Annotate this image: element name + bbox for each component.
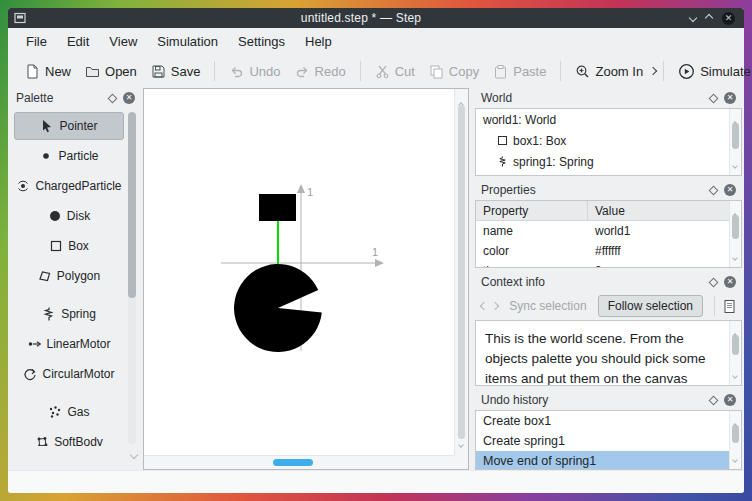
close-panel-icon[interactable]: ✕ (724, 394, 736, 406)
float-icon[interactable] (709, 185, 719, 195)
minimize-icon[interactable] (689, 14, 697, 22)
copy-button[interactable]: Copy (422, 60, 486, 83)
cut-button[interactable]: Cut (368, 60, 422, 83)
palette-scroll-down-icon[interactable] (131, 444, 137, 462)
canvas-hscroll-thumb[interactable] (273, 459, 313, 466)
palette-item-polygon[interactable]: Polygon (14, 262, 124, 290)
undo-item-move-end-of-spring1[interactable]: Move end of spring1 (476, 451, 741, 470)
palette-scrollbar[interactable] (128, 112, 136, 444)
close-panel-icon[interactable]: ✕ (724, 276, 736, 288)
undo-item-create-spring1[interactable]: Create spring1 (476, 431, 741, 451)
undo-history-title: Undo history (481, 393, 703, 407)
property-row-time[interactable]: time 0 s (476, 261, 741, 268)
scroll-down-icon[interactable] (733, 154, 737, 172)
float-icon[interactable] (709, 395, 719, 405)
context-doc-icon[interactable] (722, 299, 737, 314)
tree-item-label: spring1: Spring (513, 155, 594, 169)
undo-scrollbar[interactable] (729, 411, 741, 469)
float-icon[interactable] (709, 93, 719, 103)
open-button[interactable]: Open (78, 60, 144, 83)
y-axis-tick-label: 1 (307, 186, 313, 198)
world-scrollbar-thumb[interactable] (732, 123, 739, 149)
column-value[interactable]: Value (588, 204, 741, 218)
palette-item-box[interactable]: Box (14, 232, 124, 260)
undo-history-header: Undo history ✕ (475, 390, 742, 410)
canvas-horizontal-scrollbar[interactable] (144, 455, 454, 469)
zoom-in-button[interactable]: Zoom In (568, 60, 650, 83)
maximize-icon[interactable] (705, 14, 713, 22)
palette-item-spring[interactable]: Spring (14, 300, 124, 328)
world-scrollbar[interactable] (729, 109, 741, 175)
palette-item-linearmotor[interactable]: LinearMotor (14, 330, 124, 358)
close-icon[interactable]: ✕ (722, 12, 735, 25)
close-panel-icon[interactable]: ✕ (123, 92, 135, 104)
properties-scrollbar[interactable] (729, 201, 741, 267)
palette-scrollbar-thumb[interactable] (128, 112, 136, 298)
new-button[interactable]: New (18, 60, 78, 83)
palette-item-pointer[interactable]: Pointer (14, 112, 124, 140)
palette-item-circularmotor[interactable]: CircularMotor (14, 360, 124, 388)
scroll-down-icon[interactable] (733, 364, 737, 382)
tree-item-label: box1: Box (513, 134, 566, 148)
palette-item-label: SoftBody (54, 435, 103, 446)
disk-shape[interactable] (234, 264, 322, 352)
float-icon[interactable] (108, 93, 118, 103)
palette-item-gas[interactable]: Gas (14, 398, 124, 426)
sync-selection-button[interactable]: Sync selection (502, 295, 593, 317)
close-panel-icon[interactable]: ✕ (724, 92, 736, 104)
zoom-in-label: Zoom In (595, 64, 643, 79)
menu-help[interactable]: Help (295, 31, 342, 52)
gas-icon (48, 405, 62, 419)
paste-button[interactable]: Paste (486, 60, 553, 83)
scroll-down-icon[interactable] (459, 433, 463, 451)
follow-selection-button[interactable]: Follow selection (598, 295, 703, 317)
titlebar[interactable]: untitled.step * — Step ✕ (8, 8, 744, 28)
palette-item-softbody[interactable]: SoftBody (14, 428, 124, 446)
simulate-button[interactable]: Simulate (671, 59, 752, 84)
scene-canvas[interactable]: 1 1 (143, 88, 469, 470)
save-button[interactable]: Save (144, 60, 208, 83)
menu-edit[interactable]: Edit (57, 31, 99, 52)
float-icon[interactable] (709, 277, 719, 287)
context-scrollbar-thumb[interactable] (732, 335, 739, 355)
forward-icon[interactable] (491, 296, 498, 316)
menu-simulation[interactable]: Simulation (147, 31, 228, 52)
palette-item-particle[interactable]: Particle (14, 142, 124, 170)
context-scrollbar[interactable] (729, 321, 741, 385)
menu-settings[interactable]: Settings (228, 31, 295, 52)
right-dock-column: World ✕ world1: World box1: Box (475, 88, 742, 470)
context-info-title: Context info (481, 275, 703, 289)
property-value: #ffffff (588, 244, 741, 258)
properties-scrollbar-thumb[interactable] (732, 215, 739, 239)
property-row-color[interactable]: color #ffffff (476, 241, 741, 261)
back-icon[interactable] (480, 296, 487, 316)
undo-button[interactable]: Undo (222, 60, 287, 83)
redo-button[interactable]: Redo (288, 60, 353, 83)
scroll-down-icon[interactable] (733, 246, 737, 264)
box1-shape[interactable] (259, 194, 296, 221)
main-area: Palette ✕ Pointer Particle Char (8, 88, 744, 470)
scrollbar-corner (454, 455, 468, 469)
property-value: world1 (588, 224, 741, 238)
tree-item-world1[interactable]: world1: World (476, 109, 741, 130)
canvas-vertical-scrollbar[interactable] (454, 89, 468, 455)
undo-item-create-box1[interactable]: Create box1 (476, 411, 741, 431)
canvas-vscroll-thumb[interactable] (458, 105, 465, 439)
undo-scrollbar-thumb[interactable] (732, 425, 739, 443)
toolbar-overflow-icon[interactable] (650, 61, 656, 81)
menu-file[interactable]: File (16, 31, 57, 52)
palette-item-disk[interactable]: Disk (14, 202, 124, 230)
menu-view[interactable]: View (99, 31, 147, 52)
scroll-down-icon[interactable] (733, 448, 737, 466)
close-panel-icon[interactable]: ✕ (724, 184, 736, 196)
property-row-name[interactable]: name world1 (476, 221, 741, 241)
tree-item-box1[interactable]: box1: Box (476, 130, 741, 151)
tree-item-spring1[interactable]: spring1: Spring (476, 151, 741, 172)
redo-label: Redo (315, 64, 346, 79)
open-label: Open (105, 64, 137, 79)
undo-history-list: Create box1 Create spring1 Move end of s… (475, 410, 742, 470)
column-property[interactable]: Property (476, 201, 588, 220)
context-info-toolbar: Sync selection Follow selection (475, 292, 742, 320)
properties-title: Properties (481, 183, 703, 197)
palette-item-chargedparticle[interactable]: ChargedParticle (14, 172, 124, 200)
